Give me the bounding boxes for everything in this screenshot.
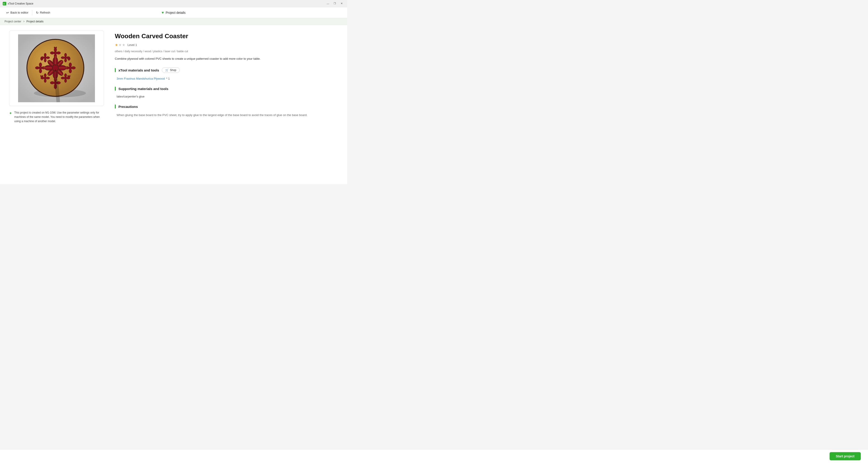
svg-point-37 xyxy=(71,66,75,69)
shop-label: Shop xyxy=(170,68,176,72)
stars: ★ ★ ★ xyxy=(115,43,125,47)
close-button[interactable]: ✕ xyxy=(339,1,344,6)
supporting-title: Supporting materials and tools xyxy=(119,87,168,91)
star-3: ★ xyxy=(122,43,125,47)
back-icon: ↩ xyxy=(6,11,9,15)
svg-point-45 xyxy=(64,59,67,62)
notice-text: This project is created on M1-10W. Use t… xyxy=(14,111,104,124)
heart-icon: ♥ xyxy=(162,11,164,15)
material-link[interactable]: 3mm Fraxinus Mandshurica Plywood xyxy=(117,77,165,80)
refresh-icon: ↻ xyxy=(36,11,39,15)
notice-box: ✦ This project is created on M1-10W. Use… xyxy=(9,110,104,125)
svg-point-35 xyxy=(69,69,72,73)
supporting-header: Supporting materials and tools xyxy=(115,87,338,91)
svg-point-39 xyxy=(44,53,46,57)
svg-point-34 xyxy=(69,63,72,67)
restore-button[interactable]: ❐ xyxy=(332,1,338,6)
toolbar: ↩ Back to editor ↻ Refresh ♥ Project det… xyxy=(0,7,347,18)
svg-point-52 xyxy=(46,77,50,79)
precautions-header: Precautions xyxy=(115,105,338,109)
rating-row: ★ ★ ★ Level 1 xyxy=(115,43,338,47)
svg-point-44 xyxy=(64,53,67,57)
precautions-title: Precautions xyxy=(119,105,138,109)
title-bar-left: x xTool Creative Space xyxy=(3,2,33,5)
shop-button[interactable]: 🛒 Shop xyxy=(162,67,180,73)
star-1: ★ xyxy=(115,43,118,47)
svg-point-49 xyxy=(44,74,46,77)
toolbar-divider xyxy=(32,10,32,16)
toolbar-left: ↩ Back to editor ↻ Refresh xyxy=(4,9,53,16)
svg-point-46 xyxy=(61,57,65,59)
minimize-button[interactable]: — xyxy=(325,1,331,6)
project-tags: others / daily necessity / wood / plasti… xyxy=(115,50,338,53)
section-indicator-2 xyxy=(115,87,116,91)
image-container xyxy=(9,31,104,106)
title-bar: x xTool Creative Space — ❐ ✕ xyxy=(0,0,347,7)
refresh-label: Refresh xyxy=(40,11,51,14)
svg-point-56 xyxy=(61,77,65,79)
cart-icon: 🛒 xyxy=(165,68,168,72)
svg-point-50 xyxy=(44,79,46,83)
svg-point-26 xyxy=(50,81,54,84)
window-controls: — ❐ ✕ xyxy=(325,1,344,6)
svg-point-21 xyxy=(50,52,54,54)
toolbar-center: ♥ Project details xyxy=(162,11,185,15)
breadcrumb-separator: > xyxy=(23,20,25,23)
app-icon: x xyxy=(3,2,6,5)
breadcrumb: Project center > Project details xyxy=(0,18,347,25)
notice-icon: ✦ xyxy=(9,111,12,115)
toolbar-center-label: Project details xyxy=(166,11,186,15)
svg-text:x: x xyxy=(3,2,5,5)
product-image xyxy=(18,34,95,102)
materials-section: xTool materials and tools 🛒 Shop 3mm Fra… xyxy=(115,67,338,81)
supporting-section: Supporting materials and tools latex/car… xyxy=(115,87,338,99)
svg-point-29 xyxy=(39,63,42,67)
level-badge: Level 1 xyxy=(127,43,137,47)
section-indicator-3 xyxy=(115,105,116,109)
section-indicator-1 xyxy=(115,68,116,72)
right-panel: Wooden Carved Coaster ★ ★ ★ Level 1 othe… xyxy=(115,31,338,179)
materials-header: xTool materials and tools 🛒 Shop xyxy=(115,67,338,73)
refresh-button[interactable]: ↻ Refresh xyxy=(33,9,53,16)
svg-point-40 xyxy=(44,59,46,62)
back-label: Back to editor xyxy=(10,11,29,14)
materials-title: xTool materials and tools xyxy=(119,68,159,72)
svg-point-31 xyxy=(35,66,39,69)
project-description: Combine plywood with colored PVC sheets … xyxy=(115,57,338,61)
app-title: xTool Creative Space xyxy=(8,2,33,5)
project-title: Wooden Carved Coaster xyxy=(115,32,338,40)
precautions-section: Precautions When gluing the base board t… xyxy=(115,105,338,118)
supporting-text: latex/carpenter's glue xyxy=(115,94,338,99)
back-to-editor-button[interactable]: ↩ Back to editor xyxy=(4,9,31,16)
svg-point-55 xyxy=(64,79,67,83)
material-row: 3mm Fraxinus Mandshurica Plywood * 1 xyxy=(115,76,338,81)
precaution-text: When gluing the base board to the PVC sh… xyxy=(115,112,338,118)
star-2: ★ xyxy=(119,43,122,47)
svg-point-30 xyxy=(39,69,42,73)
main-content: ✦ This project is created on M1-10W. Use… xyxy=(0,25,347,184)
left-panel: ✦ This project is created on M1-10W. Use… xyxy=(9,31,104,179)
svg-point-54 xyxy=(64,74,67,77)
breadcrumb-current: Project details xyxy=(26,20,43,23)
breadcrumb-parent[interactable]: Project center xyxy=(4,20,21,23)
material-qty: * 1 xyxy=(166,77,170,80)
svg-point-22 xyxy=(57,52,61,54)
svg-point-42 xyxy=(46,57,50,59)
